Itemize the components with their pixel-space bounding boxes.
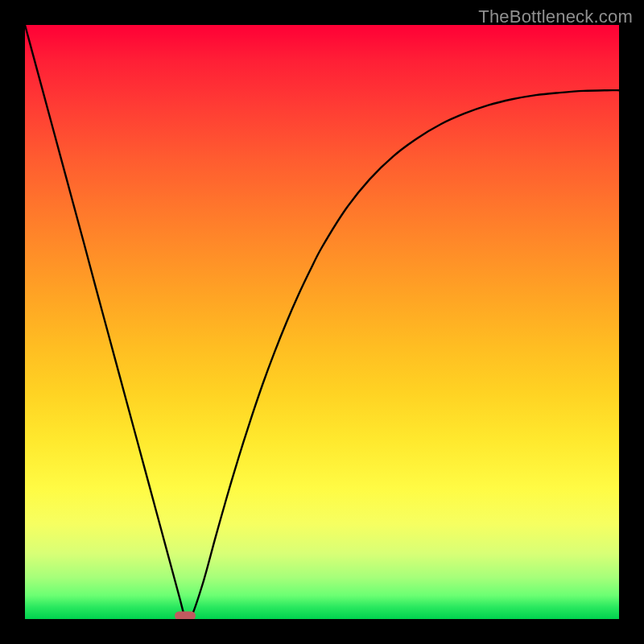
watermark-text: TheBottleneck.com [478,6,633,27]
plot-area [25,25,619,619]
chart-frame: TheBottleneck.com [0,0,644,644]
optimal-marker [175,612,196,619]
bottleneck-curve [25,25,619,619]
